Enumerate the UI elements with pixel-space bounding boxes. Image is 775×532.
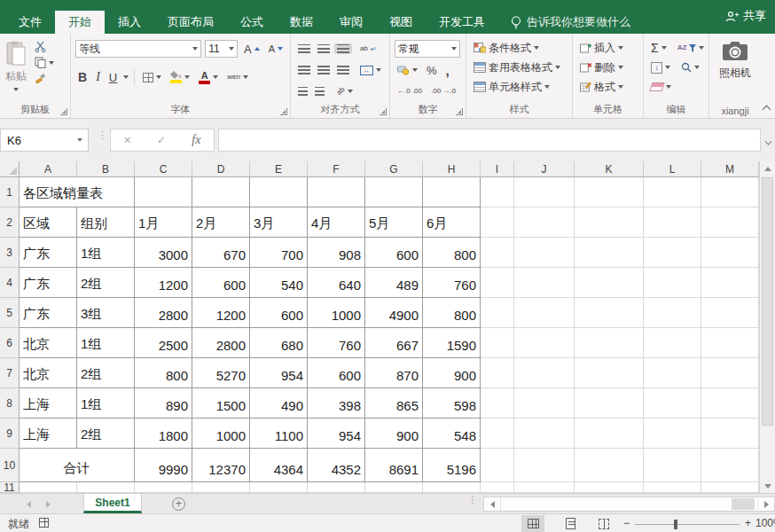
- column-header-D[interactable]: D: [192, 161, 250, 177]
- cell-A7[interactable]: 北京: [20, 358, 77, 388]
- cell-L11[interactable]: [644, 482, 701, 493]
- cell-D5[interactable]: 1200: [192, 298, 250, 328]
- cut-button[interactable]: [32, 40, 57, 53]
- normal-view-button[interactable]: [521, 515, 544, 532]
- cell-C8[interactable]: 890: [135, 388, 192, 419]
- cell-F8[interactable]: 398: [308, 388, 365, 419]
- cell-C9[interactable]: 1800: [135, 419, 192, 449]
- cell-L6[interactable]: [644, 328, 701, 358]
- cell-D4[interactable]: 600: [192, 268, 250, 298]
- cell-D2[interactable]: 2月: [192, 207, 250, 238]
- row-header-11[interactable]: 11: [0, 482, 20, 493]
- row-header-1[interactable]: 1: [0, 177, 20, 207]
- column-header-H[interactable]: H: [423, 161, 481, 177]
- underline-dropdown-icon[interactable]: [123, 75, 129, 79]
- copy-button[interactable]: [32, 56, 57, 69]
- cell-H5[interactable]: 800: [423, 298, 481, 328]
- cell-M5[interactable]: [701, 298, 759, 328]
- cell-G1[interactable]: [365, 177, 423, 207]
- cell-J9[interactable]: [514, 419, 575, 449]
- sort-filter-button[interactable]: AZ: [675, 43, 708, 53]
- cell-H8[interactable]: 598: [423, 388, 481, 419]
- cell-C10[interactable]: 9990: [135, 449, 192, 482]
- cell-A11[interactable]: [20, 482, 77, 493]
- row-header-4[interactable]: 4: [0, 268, 20, 298]
- align-bottom-button[interactable]: [334, 43, 352, 54]
- cell-J1[interactable]: [514, 177, 575, 207]
- scroll-down-button[interactable]: [760, 479, 775, 493]
- zoom-out-button[interactable]: −: [623, 517, 630, 529]
- cell-D10[interactable]: 12370: [192, 449, 250, 482]
- enter-button[interactable]: ✓: [157, 134, 166, 146]
- align-left-button[interactable]: [295, 65, 313, 75]
- cell-I5[interactable]: [481, 298, 514, 328]
- column-header-C[interactable]: C: [135, 161, 192, 177]
- row-header-9[interactable]: 9: [0, 419, 20, 449]
- column-header-G[interactable]: G: [365, 161, 423, 177]
- cell-F7[interactable]: 600: [308, 358, 365, 388]
- cell-L10[interactable]: [644, 449, 701, 482]
- camera-button[interactable]: 照相机: [709, 34, 761, 103]
- cell-F10[interactable]: 4352: [308, 449, 365, 482]
- macro-record-icon[interactable]: [39, 518, 49, 528]
- cell-J4[interactable]: [514, 268, 575, 298]
- cell-J6[interactable]: [514, 328, 575, 358]
- decrease-decimal-button[interactable]: .00 →.0: [428, 87, 458, 96]
- cell-E2[interactable]: 3月: [250, 207, 308, 238]
- horizontal-scroll-thumb[interactable]: [732, 498, 755, 510]
- alignment-dialog-launcher[interactable]: [380, 108, 387, 115]
- cell-F1[interactable]: [308, 177, 365, 207]
- borders-button[interactable]: [140, 72, 164, 83]
- cell-K4[interactable]: [575, 268, 644, 298]
- cell-K10[interactable]: [575, 449, 644, 482]
- ribbon-tab-审阅[interactable]: 审阅: [326, 11, 376, 34]
- previous-sheet-button[interactable]: [27, 501, 31, 508]
- align-right-button[interactable]: [334, 65, 352, 75]
- cell-A10[interactable]: 合计: [20, 449, 135, 482]
- scroll-right-button[interactable]: [757, 497, 774, 511]
- cell-F4[interactable]: 640: [308, 268, 365, 298]
- cell-A1[interactable]: 各区域销量表: [20, 177, 135, 207]
- cell-G7[interactable]: 870: [365, 358, 423, 388]
- cell-E11[interactable]: [250, 482, 308, 493]
- decrease-font-button[interactable]: A: [266, 43, 286, 55]
- number-format-select[interactable]: 常规: [395, 40, 460, 58]
- cell-M11[interactable]: [701, 482, 759, 493]
- cell-M2[interactable]: [701, 207, 759, 238]
- cell-H9[interactable]: 548: [423, 419, 481, 449]
- cell-L3[interactable]: [644, 238, 701, 268]
- cell-F2[interactable]: 4月: [308, 207, 365, 238]
- cell-H3[interactable]: 800: [423, 238, 481, 268]
- font-color-button[interactable]: A: [196, 70, 221, 85]
- cell-B3[interactable]: 1组: [77, 238, 135, 268]
- cancel-button[interactable]: ×: [124, 133, 131, 147]
- cell-G11[interactable]: [365, 482, 423, 493]
- paste-button[interactable]: 粘贴: [0, 34, 32, 103]
- cell-M4[interactable]: [701, 268, 759, 298]
- cell-G10[interactable]: 8691: [365, 449, 423, 482]
- cell-I3[interactable]: [481, 238, 514, 268]
- next-sheet-button[interactable]: [46, 501, 51, 508]
- cell-J3[interactable]: [514, 238, 575, 268]
- find-select-button[interactable]: [678, 61, 702, 74]
- vertical-scroll-thumb[interactable]: [762, 177, 773, 426]
- column-header-M[interactable]: M: [701, 161, 759, 177]
- align-center-button[interactable]: [315, 65, 333, 75]
- cell-H6[interactable]: 1590: [423, 328, 481, 358]
- column-header-F[interactable]: F: [308, 161, 365, 177]
- format-cells-button[interactable]: 格式: [577, 79, 626, 96]
- cell-G8[interactable]: 865: [365, 388, 423, 419]
- cell-D1[interactable]: [192, 177, 250, 207]
- cell-E8[interactable]: 490: [250, 388, 308, 419]
- cell-F3[interactable]: 908: [308, 238, 365, 268]
- cell-L9[interactable]: [644, 419, 701, 449]
- cell-C2[interactable]: 1月: [135, 207, 192, 238]
- cell-M1[interactable]: [701, 177, 759, 207]
- clear-button[interactable]: [648, 82, 674, 92]
- cell-A5[interactable]: 广东: [20, 298, 77, 328]
- orientation-button[interactable]: ab: [334, 87, 356, 96]
- cell-I1[interactable]: [481, 177, 514, 207]
- cell-I10[interactable]: [481, 449, 514, 482]
- merge-center-button[interactable]: ↔: [357, 65, 384, 76]
- cell-I11[interactable]: [481, 482, 514, 493]
